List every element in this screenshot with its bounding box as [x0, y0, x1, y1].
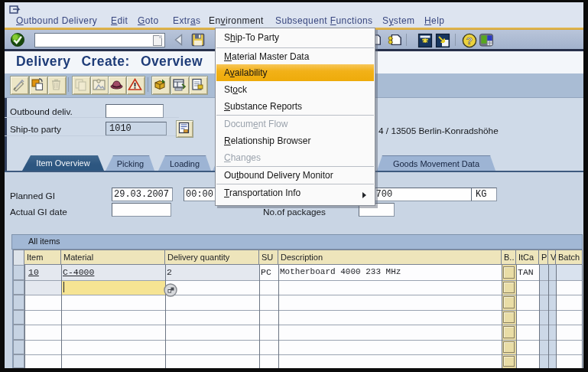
- svg-text:?: ?: [466, 35, 473, 47]
